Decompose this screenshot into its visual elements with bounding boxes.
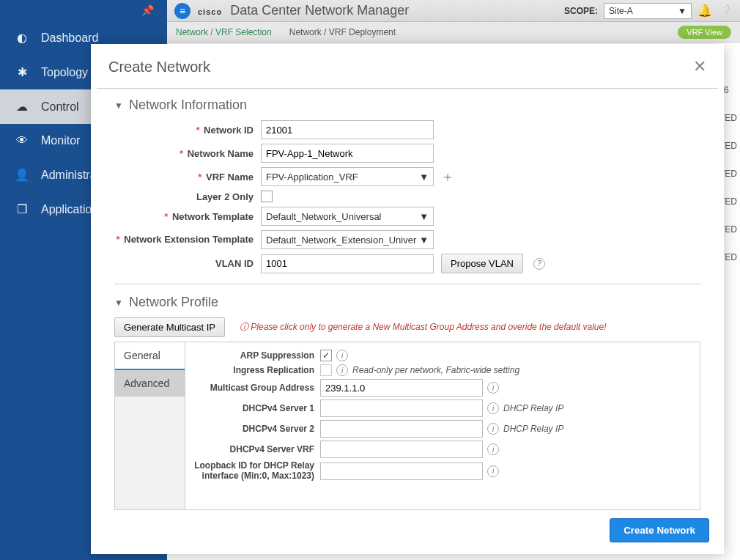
- extension-template-select[interactable]: Default_Network_Extension_Univer▼: [261, 230, 434, 249]
- section-network-profile[interactable]: ▼ Network Profile: [114, 295, 700, 310]
- network-id-input[interactable]: [261, 120, 434, 139]
- cisco-logo: cisco: [198, 7, 222, 16]
- propose-vlan-button[interactable]: Propose VLAN: [441, 254, 523, 273]
- chevron-down-icon: ▼: [419, 211, 429, 222]
- chevron-down-icon: ▼: [419, 235, 429, 246]
- info-icon[interactable]: i: [487, 382, 499, 394]
- caret-down-icon: ▼: [114, 100, 123, 111]
- dhcp-vrf-input[interactable]: [320, 441, 483, 458]
- info-icon[interactable]: i: [487, 402, 499, 414]
- scope-label: SCOPE:: [564, 6, 598, 16]
- label-ingress: Ingress Replication: [193, 365, 320, 375]
- modal-title: Create Network: [108, 59, 210, 75]
- generate-multicast-button[interactable]: Generate Multicast IP: [114, 317, 225, 337]
- breadcrumb: Network / VRF Selection Network / VRF De…: [167, 22, 740, 43]
- tab-advanced[interactable]: Advanced: [115, 370, 185, 397]
- label-mcast: Multicast Group Address: [193, 383, 320, 393]
- vlan-id-input[interactable]: [261, 254, 434, 273]
- arp-suppression-checkbox[interactable]: [320, 350, 332, 361]
- label-vlan-id: VLAN ID: [114, 258, 261, 269]
- multicast-address-input[interactable]: [320, 379, 483, 397]
- topology-icon: ✱: [13, 65, 31, 79]
- label-network-name: * Network Name: [114, 148, 261, 159]
- label-net-template: * Network Template: [114, 211, 261, 222]
- label-vrf-name: * VRF Name: [114, 172, 261, 183]
- topbar: ≡ cisco Data Center Network Manager SCOP…: [167, 0, 740, 22]
- network-template-select[interactable]: Default_Network_Universal▼: [261, 207, 434, 226]
- apps-icon: ❐: [13, 202, 31, 216]
- sidebar-item-label: Dashboard: [41, 32, 98, 45]
- eye-icon: 👁: [13, 134, 31, 147]
- cloud-icon: ☁: [13, 100, 31, 114]
- pin-icon[interactable]: 📌: [0, 0, 167, 21]
- label-layer2: Layer 2 Only: [114, 191, 261, 202]
- profile-fields: ARP Suppression i Ingress Replication i …: [185, 342, 700, 509]
- dhcp-server1-input[interactable]: [320, 399, 483, 417]
- info-icon[interactable]: i: [336, 364, 348, 376]
- info-icon[interactable]: i: [487, 465, 499, 477]
- info-icon[interactable]: i: [487, 443, 499, 455]
- label-dhcp2: DHCPv4 Server 2: [193, 424, 320, 434]
- dhcp-server2-input[interactable]: [320, 420, 483, 438]
- info-icon[interactable]: i: [487, 423, 499, 435]
- user-gear-icon: 👤: [13, 168, 31, 182]
- caret-down-icon: ▼: [114, 298, 123, 308]
- section-network-info[interactable]: ▼ Network Information: [114, 97, 700, 113]
- close-icon[interactable]: ✕: [693, 57, 706, 76]
- info-icon[interactable]: i: [336, 350, 348, 361]
- sidebar-item-label: Topology: [41, 66, 88, 79]
- create-network-modal: Create Network ✕ ▼ Network Information *…: [91, 44, 724, 554]
- info-icon[interactable]: ?: [533, 258, 545, 270]
- bell-icon[interactable]: 🔔: [698, 4, 712, 18]
- sidebar-item-label: Control: [41, 100, 79, 114]
- network-name-input[interactable]: [261, 144, 434, 163]
- breadcrumb-deployment[interactable]: Network / VRF Deployment: [289, 27, 396, 37]
- chevron-down-icon: ▼: [678, 6, 687, 16]
- vrf-name-select[interactable]: FPV-Application_VRF▼: [261, 167, 434, 186]
- gauge-icon: ◐: [13, 31, 31, 45]
- ingress-replication-checkbox: [320, 364, 332, 376]
- dhcp2-hint: DHCP Relay IP: [503, 424, 563, 434]
- label-dhcp-vrf: DHCPv4 Server VRF: [193, 444, 320, 454]
- add-vrf-icon[interactable]: ＋: [441, 168, 454, 185]
- chevron-down-icon: ▼: [419, 172, 429, 183]
- label-network-id: * Network ID: [114, 125, 261, 136]
- label-ext-template: * Network Extension Template: [114, 234, 261, 246]
- app-title: Data Center Network Manager: [230, 3, 409, 18]
- label-dhcp1: DHCPv4 Server 1: [193, 403, 320, 413]
- sidebar-item-label: Monitor: [41, 134, 80, 147]
- profile-tabs: General Advanced: [115, 342, 185, 509]
- layer2-checkbox[interactable]: [261, 191, 273, 202]
- create-network-button[interactable]: Create Network: [610, 518, 709, 542]
- tab-general[interactable]: General: [115, 342, 185, 370]
- scope-select[interactable]: Site-A ▼: [604, 3, 692, 19]
- breadcrumb-selection[interactable]: Network / VRF Selection: [176, 27, 272, 37]
- label-loopback: Loopback ID for DHCP Relay interface (Mi…: [193, 461, 320, 482]
- multicast-warning: Please click only to generate a New Mult…: [240, 321, 607, 334]
- brand: cisco Data Center Network Manager: [198, 3, 409, 18]
- scope-value: Site-A: [609, 6, 633, 16]
- vrf-view-badge[interactable]: VRF View: [678, 26, 731, 39]
- ingress-hint: Read-only per network, Fabric-wide setti…: [352, 365, 519, 375]
- menu-icon[interactable]: ≡: [174, 3, 190, 19]
- loopback-id-input[interactable]: [320, 463, 483, 480]
- label-arp: ARP Suppression: [193, 350, 320, 361]
- help-icon[interactable]: ❔: [718, 4, 733, 18]
- dhcp1-hint: DHCP Relay IP: [503, 403, 563, 413]
